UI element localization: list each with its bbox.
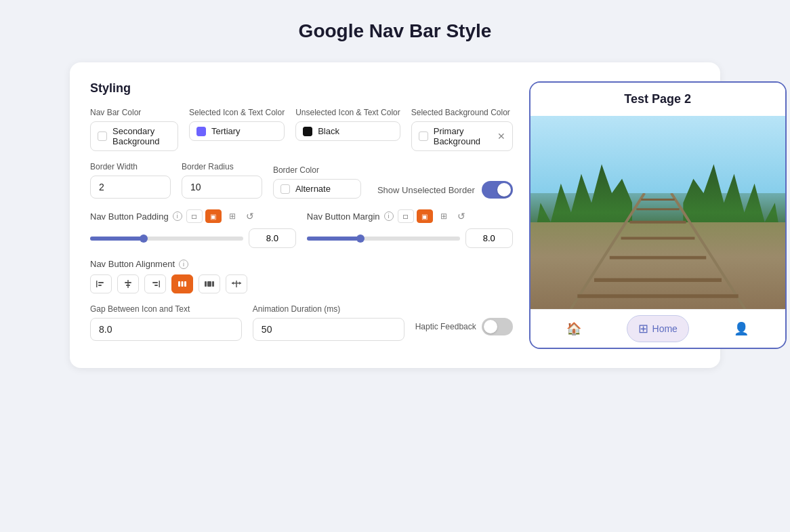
- nav-bar-color-label: Nav Bar Color: [90, 108, 178, 117]
- padding-slider-header: Nav Button Padding i □ ▣ ⊞ ↺: [90, 209, 296, 223]
- unselected-icon-color-group: Unselected Icon & Text Color Black: [295, 108, 400, 141]
- margin-slider-header: Nav Button Margin i □ ▣ ⊞ ↺: [307, 209, 513, 223]
- preview-title: Test Page 2: [531, 83, 785, 116]
- align-btn-right[interactable]: [144, 274, 166, 293]
- border-width-group: Border Width 2: [90, 162, 171, 199]
- selected-bg-color-group: Selected Background Color Primary Backgr…: [411, 108, 513, 151]
- svg-rect-14: [212, 281, 214, 287]
- align-btn-stretch[interactable]: [226, 274, 247, 293]
- haptic-toggle[interactable]: [482, 318, 513, 335]
- selected-bg-color-label: Selected Background Color: [411, 108, 513, 117]
- margin-copy-btn[interactable]: ⊞: [437, 209, 451, 223]
- preview-navbar: 🏠 ⊞ Home 👤: [531, 309, 785, 348]
- home-icon: 🏠: [566, 321, 581, 336]
- svg-marker-18: [239, 282, 241, 285]
- gap-label: Gap Between Icon and Text: [90, 304, 242, 314]
- selected-bg-color-selector[interactable]: Primary Background ✕: [411, 121, 513, 151]
- preview-card: Test Page 2: [529, 81, 787, 349]
- nav-bar-color-selector[interactable]: Secondary Background: [90, 121, 178, 151]
- margin-info-icon[interactable]: i: [384, 211, 394, 221]
- padding-mode-all[interactable]: □: [186, 209, 203, 223]
- border-color-group: Border Color Alternate: [273, 165, 361, 199]
- unselected-border-toggle-row: Show Unselected Border: [377, 181, 513, 199]
- border-color-value: Alternate: [295, 184, 331, 194]
- padding-value-input[interactable]: 8.0: [249, 228, 296, 248]
- unselected-icon-color-value: Black: [318, 126, 339, 136]
- unselected-icon-color-selector[interactable]: Black: [295, 121, 400, 141]
- svg-rect-10: [182, 281, 184, 287]
- selected-icon-color-label: Selected Icon & Text Color: [189, 108, 285, 117]
- border-color-label: Border Color: [273, 165, 361, 175]
- margin-value-input[interactable]: 8.0: [465, 228, 513, 248]
- selected-icon-color-group: Selected Icon & Text Color Tertiary: [189, 108, 285, 141]
- svg-rect-6: [159, 281, 161, 287]
- border-radius-input[interactable]: 10: [182, 176, 262, 199]
- selected-bg-color-dot: [419, 131, 428, 141]
- unselected-border-knob: [497, 183, 511, 197]
- unselected-icon-color-label: Unselected Icon & Text Color: [295, 108, 400, 117]
- margin-label: Nav Button Margin: [307, 211, 380, 222]
- padding-label: Nav Button Padding: [90, 211, 169, 222]
- preview-image: [531, 116, 785, 309]
- gap-group: Gap Between Icon and Text 8.0: [90, 304, 242, 341]
- animation-label: Animation Duration (ms): [253, 304, 404, 314]
- border-radius-group: Border Radius 10: [182, 162, 262, 199]
- margin-mode-btns: □ ▣: [398, 209, 433, 223]
- selected-icon-color-value: Tertiary: [211, 126, 241, 136]
- svg-line-19: [570, 193, 644, 309]
- svg-rect-5: [126, 285, 130, 286]
- haptic-row: Haptic Feedback: [415, 304, 513, 335]
- align-btn-center[interactable]: [117, 274, 139, 293]
- animation-input[interactable]: 50: [253, 318, 404, 341]
- left-panel: Styling Nav Bar Color Secondary Backgrou…: [90, 81, 513, 349]
- railway-svg: [531, 193, 785, 309]
- padding-slider-section: Nav Button Padding i □ ▣ ⊞ ↺ 8.0: [90, 209, 296, 248]
- padding-mode-btns: □ ▣: [186, 209, 222, 223]
- border-row: Border Width 2 Border Radius 10 Border C…: [90, 162, 513, 199]
- svg-rect-4: [125, 282, 131, 283]
- margin-slider-section: Nav Button Margin i □ ▣ ⊞ ↺ 8.0: [307, 209, 513, 248]
- padding-copy-btn[interactable]: ⊞: [226, 209, 239, 223]
- nav-bar-color-dot: [98, 131, 107, 141]
- nav-item-profile[interactable]: 👤: [723, 316, 760, 342]
- unselected-border-toggle[interactable]: [482, 181, 513, 199]
- page-title: Google Nav Bar Style: [299, 20, 492, 42]
- align-btn-compress[interactable]: [199, 274, 220, 293]
- right-panel: Test Page 2: [529, 81, 787, 349]
- padding-reset-btn[interactable]: ↺: [243, 209, 257, 223]
- alignment-info-icon[interactable]: i: [179, 260, 188, 269]
- margin-mode-single[interactable]: ▣: [417, 209, 433, 223]
- alignment-label: Nav Button Alignment i: [90, 259, 513, 269]
- border-radius-label: Border Radius: [182, 162, 262, 171]
- svg-rect-12: [205, 281, 207, 287]
- nav-item-home-active[interactable]: ⊞ Home: [627, 315, 689, 342]
- align-btn-left[interactable]: [90, 274, 112, 293]
- svg-rect-0: [96, 281, 98, 287]
- alignment-section: Nav Button Alignment i: [90, 259, 513, 293]
- sky-layer: [531, 116, 785, 193]
- nav-bar-color-value: Secondary Background: [112, 126, 171, 146]
- margin-reset-btn[interactable]: ↺: [455, 209, 468, 223]
- svg-line-20: [671, 193, 745, 309]
- haptic-label: Haptic Feedback: [415, 322, 476, 331]
- selected-icon-color-selector[interactable]: Tertiary: [189, 121, 285, 141]
- profile-icon: 👤: [734, 321, 749, 336]
- border-width-input[interactable]: 2: [90, 176, 171, 199]
- margin-mode-all[interactable]: □: [398, 209, 414, 223]
- padding-mode-single[interactable]: ▣: [205, 209, 222, 223]
- padding-info-icon[interactable]: i: [173, 211, 182, 221]
- unselected-icon-color-dot: [303, 127, 312, 136]
- border-width-label: Border Width: [90, 162, 171, 171]
- svg-rect-1: [98, 282, 104, 283]
- border-color-dot: [280, 184, 290, 194]
- section-title: Styling: [90, 81, 513, 96]
- selected-icon-color-dot: [196, 127, 206, 136]
- border-color-selector[interactable]: Alternate: [273, 179, 361, 199]
- nav-item-home-icon[interactable]: 🏠: [556, 316, 592, 342]
- selected-bg-color-value: Primary Background: [434, 126, 492, 146]
- gap-input[interactable]: 8.0: [90, 318, 242, 341]
- nav-bar-color-group: Nav Bar Color Secondary Background: [90, 108, 178, 151]
- clear-selected-bg-btn[interactable]: ✕: [497, 131, 505, 142]
- bottom-row: Gap Between Icon and Text 8.0 Animation …: [90, 304, 513, 341]
- align-btn-distribute[interactable]: [171, 274, 193, 293]
